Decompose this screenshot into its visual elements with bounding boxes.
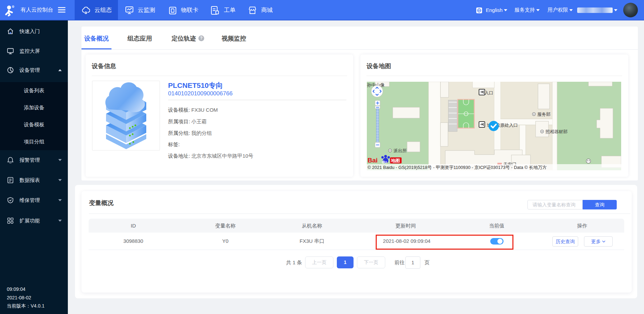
svg-text:照相器材部: 照相器材部	[545, 129, 568, 134]
svg-text:© 2021 Baidu - GS(2019)5218号 -: © 2021 Baidu - GS(2019)5218号 - 甲测资字11009…	[368, 165, 546, 170]
svg-text:派出所: 派出所	[393, 148, 407, 153]
svg-text:入口: 入口	[484, 90, 493, 95]
svg-text:服务部: 服务部	[537, 112, 551, 117]
svg-text:地图: 地图	[391, 158, 400, 163]
svg-text:du: du	[382, 160, 387, 164]
svg-text:Bai: Bai	[368, 157, 378, 164]
